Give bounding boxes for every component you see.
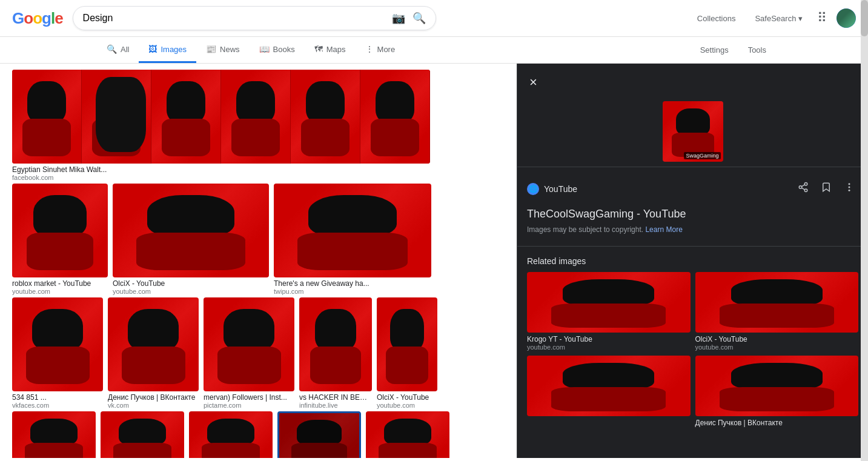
nav-tabs: 🔍 All 🖼 Images 📰 News 📖 Books 🗺 Maps ⋮ M… bbox=[0, 37, 868, 64]
tab-images[interactable]: 🖼 Images bbox=[139, 37, 196, 63]
image-label-r3-4: vs HACKER IN BEE SW... bbox=[299, 393, 372, 402]
image-label-r3-1: 534 851 ... bbox=[12, 393, 103, 402]
scrollbar[interactable] bbox=[861, 64, 868, 458]
image-label-r1-1: Egyptian Sinuhet Mika Walt... bbox=[12, 165, 430, 174]
related-img-1 bbox=[527, 272, 691, 333]
image-source-r3-3: pictame.com bbox=[204, 402, 294, 409]
tools-button[interactable]: Tools bbox=[743, 38, 771, 62]
image-card-r4-4[interactable]: TheCoolSwagGaming - ... youtube.com bbox=[277, 411, 361, 458]
image-row-2: roblox market - YouTube youtube.com Olci… bbox=[12, 184, 505, 295]
image-source-r2-2: youtube.com bbox=[113, 288, 269, 295]
avatar[interactable] bbox=[837, 8, 856, 28]
related-label-4: Денис Пучков | ВКонтакте bbox=[695, 419, 859, 427]
svg-point-2 bbox=[804, 189, 807, 192]
image-card-r2-1[interactable]: roblox market - YouTube youtube.com bbox=[12, 184, 108, 295]
svg-point-1 bbox=[799, 186, 802, 189]
more-icon: ⋮ bbox=[365, 44, 374, 54]
image-card-r3-1[interactable]: 534 851 ... vkfaces.com bbox=[12, 297, 103, 409]
tab-all[interactable]: 🔍 All bbox=[97, 37, 139, 63]
image-thumb-r4-1 bbox=[12, 411, 96, 458]
search-input[interactable]: Design bbox=[83, 13, 386, 24]
settings-button[interactable]: Settings bbox=[695, 38, 734, 62]
image-thumb-r3-3 bbox=[204, 297, 294, 391]
panel-header: × bbox=[517, 64, 868, 101]
image-thumb-r2-1 bbox=[12, 184, 108, 277]
related-img-4 bbox=[695, 356, 859, 416]
tab-maps[interactable]: 🗺 Maps bbox=[305, 37, 356, 63]
image-label-r3-3: mervan) Followers | Inst... bbox=[204, 393, 294, 402]
image-label-r2-1: roblox market - YouTube bbox=[12, 279, 108, 288]
share-button[interactable] bbox=[794, 178, 812, 199]
more-options-button[interactable] bbox=[840, 178, 858, 199]
image-thumb-r3-1 bbox=[12, 297, 103, 391]
related-card-3[interactable] bbox=[527, 356, 691, 427]
image-card-r4-1[interactable]: barBOSSIK - YouTube youtube.com bbox=[12, 411, 96, 458]
books-icon: 📖 bbox=[259, 44, 270, 54]
panel-divider-1 bbox=[517, 167, 868, 167]
svg-point-0 bbox=[804, 183, 807, 186]
image-card-r3-4[interactable]: vs HACKER IN BEE SW... infinitube.live bbox=[299, 297, 372, 409]
image-thumb-r4-5 bbox=[366, 411, 449, 458]
related-label-2: OlciX - YouTube bbox=[695, 335, 859, 343]
image-card-r4-5[interactable]: Blue Branch - YouTube youtube.com bbox=[366, 411, 449, 458]
google-logo[interactable]: Google bbox=[12, 9, 63, 28]
related-card-2[interactable]: OlciX - YouTube youtube.com bbox=[695, 272, 859, 351]
image-card-r4-2[interactable]: Roblox OXlord - YouTube youtube.com bbox=[101, 411, 184, 458]
tab-books[interactable]: 📖 Books bbox=[250, 37, 305, 63]
images-icon: 🖼 bbox=[148, 44, 157, 54]
image-card-r2-2[interactable]: OlciX - YouTube youtube.com bbox=[113, 184, 269, 295]
tab-news[interactable]: 📰 News bbox=[196, 37, 250, 63]
svg-point-7 bbox=[849, 190, 850, 191]
related-section: Related images Krogo YT - YouTube youtub… bbox=[517, 251, 868, 432]
tab-all-label: All bbox=[121, 45, 129, 54]
tab-news-label: News bbox=[220, 45, 240, 54]
search-submit-icon[interactable]: 🔍 bbox=[412, 12, 426, 25]
image-thumb-r4-3 bbox=[189, 411, 273, 458]
camera-search-icon[interactable]: 📷 bbox=[392, 12, 405, 25]
panel-image-container: SwagGaming bbox=[517, 101, 868, 162]
image-thumb-r2-2 bbox=[113, 184, 269, 277]
related-card-1[interactable]: Krogo YT - YouTube youtube.com bbox=[527, 272, 691, 351]
apps-icon[interactable]: ⠿ bbox=[817, 10, 827, 26]
image-source-r3-1: vkfaces.com bbox=[12, 402, 103, 409]
image-thumb-r2-3 bbox=[274, 184, 431, 277]
image-label-r2-3: There's a new Giveaway ha... bbox=[274, 279, 431, 288]
save-button[interactable] bbox=[817, 178, 835, 199]
image-card-r2-3[interactable]: There's a new Giveaway ha... twipu.com bbox=[274, 184, 431, 295]
image-thumb-r4-4 bbox=[277, 411, 361, 458]
image-row-1: Egyptian Sinuhet Mika Walt... facebook.c… bbox=[12, 70, 505, 181]
image-source-r3-2: vk.com bbox=[108, 402, 199, 409]
image-source-r3-4: infinitube.live bbox=[299, 402, 372, 409]
related-card-4[interactable]: Денис Пучков | ВКонтакте bbox=[695, 356, 859, 427]
image-card-r4-3[interactable]: Yabancı Şarkı - YouTube youtube.com bbox=[189, 411, 273, 458]
close-button[interactable]: × bbox=[527, 72, 540, 93]
image-card-r3-2[interactable]: Денис Пучков | ВКонтакте vk.com bbox=[108, 297, 199, 409]
image-source-r2-3: twipu.com bbox=[274, 288, 431, 295]
svg-point-6 bbox=[849, 187, 850, 188]
tab-books-label: Books bbox=[273, 45, 295, 54]
learn-more-link[interactable]: Learn More bbox=[645, 225, 682, 234]
panel-copyright: Images may be subject to copyright. Lear… bbox=[517, 225, 868, 241]
tab-images-label: Images bbox=[161, 45, 187, 54]
image-source-r1-1: facebook.com bbox=[12, 174, 430, 181]
tab-more[interactable]: ⋮ More bbox=[356, 37, 405, 63]
image-thumb-r1-1 bbox=[12, 70, 430, 164]
image-card-r3-5[interactable]: OlciX - YouTube youtube.com bbox=[377, 297, 437, 409]
svg-line-3 bbox=[801, 188, 804, 190]
source-name: YouTube bbox=[544, 184, 577, 194]
related-source-1: youtube.com bbox=[527, 343, 691, 351]
nav-right: Settings Tools bbox=[695, 38, 771, 62]
svg-line-4 bbox=[801, 185, 804, 187]
related-img-3 bbox=[527, 356, 691, 416]
safesearch-button[interactable]: SafeSearch ▾ bbox=[750, 7, 807, 30]
copyright-text: Images may be subject to copyright. bbox=[527, 225, 643, 234]
news-icon: 📰 bbox=[206, 44, 216, 54]
collections-button[interactable]: Collections bbox=[692, 7, 741, 30]
panel-source: 🌐 YouTube bbox=[517, 172, 868, 205]
image-card-r1-1[interactable]: Egyptian Sinuhet Mika Walt... facebook.c… bbox=[12, 70, 430, 181]
related-img-2 bbox=[695, 272, 859, 333]
image-thumb-r3-2 bbox=[108, 297, 199, 391]
panel-divider-2 bbox=[517, 246, 868, 247]
image-card-r3-3[interactable]: mervan) Followers | Inst... pictame.com bbox=[204, 297, 294, 409]
image-row-4: barBOSSIK - YouTube youtube.com Roblox O… bbox=[12, 411, 505, 458]
